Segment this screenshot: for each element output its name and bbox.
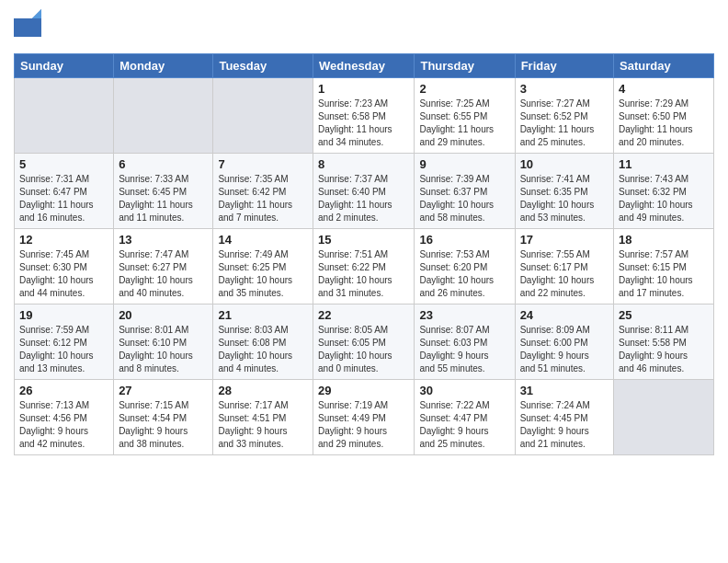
calendar-week-row: 1Sunrise: 7:23 AM Sunset: 6:58 PM Daylig… xyxy=(15,78,714,154)
calendar-week-row: 26Sunrise: 7:13 AM Sunset: 4:56 PM Dayli… xyxy=(15,380,714,455)
weekday-header-tuesday: Tuesday xyxy=(213,54,313,78)
day-detail: Sunrise: 7:57 AM Sunset: 6:15 PM Dayligh… xyxy=(619,248,709,300)
calendar-cell: 15Sunrise: 7:51 AM Sunset: 6:22 PM Dayli… xyxy=(313,229,415,304)
day-number: 11 xyxy=(619,157,709,171)
calendar-cell: 25Sunrise: 8:11 AM Sunset: 5:58 PM Dayli… xyxy=(614,304,714,380)
calendar-cell: 29Sunrise: 7:19 AM Sunset: 4:49 PM Dayli… xyxy=(313,380,415,455)
calendar-cell xyxy=(114,78,213,154)
day-number: 5 xyxy=(19,157,108,171)
day-detail: Sunrise: 7:19 AM Sunset: 4:49 PM Dayligh… xyxy=(318,399,409,451)
day-number: 13 xyxy=(119,233,208,247)
calendar-cell: 9Sunrise: 7:39 AM Sunset: 6:37 PM Daylig… xyxy=(415,154,515,229)
day-number: 28 xyxy=(218,384,308,397)
day-detail: Sunrise: 7:53 AM Sunset: 6:20 PM Dayligh… xyxy=(419,248,509,300)
day-number: 10 xyxy=(520,157,609,171)
calendar-cell: 12Sunrise: 7:45 AM Sunset: 6:30 PM Dayli… xyxy=(15,229,114,304)
calendar: SundayMondayTuesdayWednesdayThursdayFrid… xyxy=(14,53,714,455)
day-detail: Sunrise: 7:24 AM Sunset: 4:45 PM Dayligh… xyxy=(520,399,609,451)
day-detail: Sunrise: 7:47 AM Sunset: 6:27 PM Dayligh… xyxy=(119,248,208,300)
calendar-cell: 4Sunrise: 7:29 AM Sunset: 6:50 PM Daylig… xyxy=(614,78,714,154)
day-number: 29 xyxy=(318,384,409,397)
calendar-cell xyxy=(213,78,313,154)
day-detail: Sunrise: 7:22 AM Sunset: 4:47 PM Dayligh… xyxy=(419,399,509,451)
day-number: 14 xyxy=(218,233,308,247)
day-detail: Sunrise: 7:45 AM Sunset: 6:30 PM Dayligh… xyxy=(19,248,108,300)
day-number: 17 xyxy=(520,233,609,247)
day-number: 16 xyxy=(419,233,509,247)
day-number: 21 xyxy=(218,308,308,322)
logo xyxy=(14,9,45,46)
day-detail: Sunrise: 7:25 AM Sunset: 6:55 PM Dayligh… xyxy=(419,98,509,149)
calendar-week-row: 5Sunrise: 7:31 AM Sunset: 6:47 PM Daylig… xyxy=(15,154,714,229)
day-number: 22 xyxy=(318,308,409,322)
logo-icon xyxy=(14,9,41,46)
calendar-cell: 31Sunrise: 7:24 AM Sunset: 4:45 PM Dayli… xyxy=(515,380,613,455)
day-number: 26 xyxy=(19,384,108,397)
day-detail: Sunrise: 7:31 AM Sunset: 6:47 PM Dayligh… xyxy=(19,173,108,224)
calendar-cell xyxy=(15,78,114,154)
day-detail: Sunrise: 8:05 AM Sunset: 6:05 PM Dayligh… xyxy=(318,324,409,375)
calendar-cell xyxy=(614,380,714,455)
weekday-header-wednesday: Wednesday xyxy=(313,54,415,78)
day-detail: Sunrise: 8:01 AM Sunset: 6:10 PM Dayligh… xyxy=(119,324,208,375)
calendar-cell: 2Sunrise: 7:25 AM Sunset: 6:55 PM Daylig… xyxy=(415,78,515,154)
weekday-header-thursday: Thursday xyxy=(415,54,515,78)
weekday-header-sunday: Sunday xyxy=(15,54,114,78)
calendar-cell: 19Sunrise: 7:59 AM Sunset: 6:12 PM Dayli… xyxy=(15,304,114,380)
calendar-cell: 23Sunrise: 8:07 AM Sunset: 6:03 PM Dayli… xyxy=(415,304,515,380)
day-detail: Sunrise: 7:27 AM Sunset: 6:52 PM Dayligh… xyxy=(520,98,609,149)
day-number: 19 xyxy=(19,308,108,322)
day-detail: Sunrise: 8:09 AM Sunset: 6:00 PM Dayligh… xyxy=(520,324,609,375)
calendar-cell: 7Sunrise: 7:35 AM Sunset: 6:42 PM Daylig… xyxy=(213,154,313,229)
calendar-cell: 6Sunrise: 7:33 AM Sunset: 6:45 PM Daylig… xyxy=(114,154,213,229)
calendar-cell: 30Sunrise: 7:22 AM Sunset: 4:47 PM Dayli… xyxy=(415,380,515,455)
weekday-header-monday: Monday xyxy=(114,54,213,78)
day-detail: Sunrise: 8:07 AM Sunset: 6:03 PM Dayligh… xyxy=(419,324,509,375)
day-detail: Sunrise: 7:35 AM Sunset: 6:42 PM Dayligh… xyxy=(218,173,308,224)
calendar-week-row: 19Sunrise: 7:59 AM Sunset: 6:12 PM Dayli… xyxy=(15,304,714,380)
day-number: 7 xyxy=(218,157,308,171)
weekday-header-row: SundayMondayTuesdayWednesdayThursdayFrid… xyxy=(15,54,714,78)
day-detail: Sunrise: 7:55 AM Sunset: 6:17 PM Dayligh… xyxy=(520,248,609,300)
day-number: 8 xyxy=(318,157,409,171)
day-detail: Sunrise: 8:03 AM Sunset: 6:08 PM Dayligh… xyxy=(218,324,308,375)
day-detail: Sunrise: 7:23 AM Sunset: 6:58 PM Dayligh… xyxy=(318,98,409,149)
day-number: 20 xyxy=(119,308,208,322)
calendar-cell: 11Sunrise: 7:43 AM Sunset: 6:32 PM Dayli… xyxy=(614,154,714,229)
day-detail: Sunrise: 8:11 AM Sunset: 5:58 PM Dayligh… xyxy=(619,324,709,375)
day-detail: Sunrise: 7:13 AM Sunset: 4:56 PM Dayligh… xyxy=(19,399,108,451)
calendar-week-row: 12Sunrise: 7:45 AM Sunset: 6:30 PM Dayli… xyxy=(15,229,714,304)
day-detail: Sunrise: 7:49 AM Sunset: 6:25 PM Dayligh… xyxy=(218,248,308,300)
day-number: 27 xyxy=(119,384,208,397)
weekday-header-friday: Friday xyxy=(515,54,613,78)
header xyxy=(14,9,714,46)
day-detail: Sunrise: 7:59 AM Sunset: 6:12 PM Dayligh… xyxy=(19,324,108,375)
day-number: 15 xyxy=(318,233,409,247)
day-number: 18 xyxy=(619,233,709,247)
calendar-cell: 13Sunrise: 7:47 AM Sunset: 6:27 PM Dayli… xyxy=(114,229,213,304)
day-number: 30 xyxy=(419,384,509,397)
day-number: 3 xyxy=(520,82,609,96)
day-number: 6 xyxy=(119,157,208,171)
day-number: 9 xyxy=(419,157,509,171)
day-number: 25 xyxy=(619,308,709,322)
calendar-cell: 28Sunrise: 7:17 AM Sunset: 4:51 PM Dayli… xyxy=(213,380,313,455)
day-number: 23 xyxy=(419,308,509,322)
calendar-cell: 24Sunrise: 8:09 AM Sunset: 6:00 PM Dayli… xyxy=(515,304,613,380)
day-detail: Sunrise: 7:33 AM Sunset: 6:45 PM Dayligh… xyxy=(119,173,208,224)
day-number: 24 xyxy=(520,308,609,322)
day-detail: Sunrise: 7:39 AM Sunset: 6:37 PM Dayligh… xyxy=(419,173,509,224)
svg-marker-1 xyxy=(32,9,41,18)
calendar-cell: 5Sunrise: 7:31 AM Sunset: 6:47 PM Daylig… xyxy=(15,154,114,229)
calendar-cell: 14Sunrise: 7:49 AM Sunset: 6:25 PM Dayli… xyxy=(213,229,313,304)
calendar-cell: 22Sunrise: 8:05 AM Sunset: 6:05 PM Dayli… xyxy=(313,304,415,380)
day-number: 2 xyxy=(419,82,509,96)
day-number: 4 xyxy=(619,82,709,96)
day-detail: Sunrise: 7:29 AM Sunset: 6:50 PM Dayligh… xyxy=(619,98,709,149)
day-number: 12 xyxy=(19,233,108,247)
day-detail: Sunrise: 7:43 AM Sunset: 6:32 PM Dayligh… xyxy=(619,173,709,224)
calendar-cell: 3Sunrise: 7:27 AM Sunset: 6:52 PM Daylig… xyxy=(515,78,613,154)
calendar-cell: 8Sunrise: 7:37 AM Sunset: 6:40 PM Daylig… xyxy=(313,154,415,229)
day-detail: Sunrise: 7:15 AM Sunset: 4:54 PM Dayligh… xyxy=(119,399,208,451)
calendar-cell: 10Sunrise: 7:41 AM Sunset: 6:35 PM Dayli… xyxy=(515,154,613,229)
